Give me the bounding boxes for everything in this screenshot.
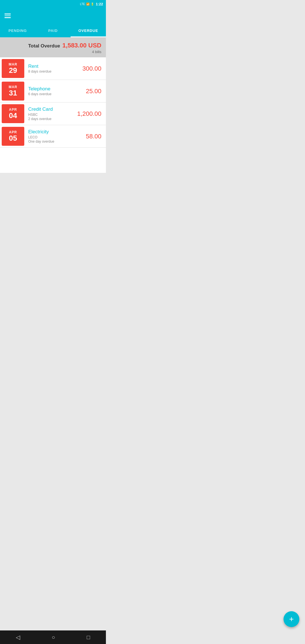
bill-item-telephone[interactable]: MAR 31 Telephone 6 days overdue 25.00 bbox=[0, 80, 106, 103]
bill-name-telephone: Telephone bbox=[28, 86, 84, 92]
bill-info-rent: Rent 8 days overdue bbox=[26, 57, 82, 80]
tab-bar: PENDING PAID OVERDUE bbox=[0, 24, 106, 37]
signal-icon: 📶 bbox=[86, 3, 90, 6]
lte-icon: LTE bbox=[80, 3, 85, 6]
bill-info-credit-card: Credit Card HSBC 2 days overdue bbox=[26, 103, 77, 125]
bill-name-electricity: Electricity bbox=[28, 129, 84, 135]
bill-overdue-rent: 8 days overdue bbox=[28, 69, 80, 73]
tab-pending[interactable]: PENDING bbox=[0, 24, 35, 37]
bill-overdue-credit-card: 2 days overdue bbox=[28, 117, 75, 121]
bill-sub-credit-card: HSBC bbox=[28, 113, 75, 117]
menu-button[interactable] bbox=[5, 14, 11, 18]
badge-month-electricity: APR bbox=[9, 130, 17, 134]
status-bar: LTE 📶 🔋 1:22 bbox=[0, 0, 106, 8]
bill-info-electricity: Electricity LECO One day overdue bbox=[26, 125, 86, 147]
badge-day-credit-card: 04 bbox=[9, 112, 17, 120]
bill-amount-rent: 300.00 bbox=[82, 57, 106, 80]
bill-amount-credit-card: 1,200.00 bbox=[77, 103, 106, 125]
app-bar bbox=[0, 8, 106, 24]
summary-count: 4 bills bbox=[92, 50, 101, 54]
bill-name-credit-card: Credit Card bbox=[28, 106, 75, 112]
battery-icon: 🔋 bbox=[91, 3, 94, 6]
bill-date-badge-electricity: APR 05 bbox=[2, 127, 24, 146]
bill-amount-electricity: 58.00 bbox=[86, 125, 106, 147]
badge-month-telephone: MAR bbox=[9, 85, 17, 89]
bill-list: MAR 29 Rent 8 days overdue 300.00 MAR 31… bbox=[0, 57, 106, 173]
tab-paid[interactable]: PAID bbox=[35, 24, 71, 37]
summary-label: Total Overdue bbox=[28, 43, 60, 49]
empty-area bbox=[0, 173, 106, 229]
bill-overdue-telephone: 6 days overdue bbox=[28, 92, 84, 96]
bill-sub-electricity: LECO bbox=[28, 135, 84, 139]
bill-item-electricity[interactable]: APR 05 Electricity LECO One day overdue … bbox=[0, 125, 106, 148]
bill-overdue-electricity: One day overdue bbox=[28, 140, 84, 143]
status-icons: LTE 📶 🔋 bbox=[80, 3, 94, 6]
summary-amount: 1,583.00 USD bbox=[62, 42, 101, 49]
summary-banner: Total Overdue 1,583.00 USD 4 bills bbox=[0, 37, 106, 57]
bill-date-badge-telephone: MAR 31 bbox=[2, 82, 24, 101]
badge-month-rent: MAR bbox=[9, 62, 17, 66]
bill-item-credit-card[interactable]: APR 04 Credit Card HSBC 2 days overdue 1… bbox=[0, 103, 106, 125]
status-time: 1:22 bbox=[96, 2, 103, 6]
badge-month-credit-card: APR bbox=[9, 108, 17, 112]
bill-date-badge-rent: MAR 29 bbox=[2, 59, 24, 78]
tab-overdue[interactable]: OVERDUE bbox=[71, 24, 106, 37]
badge-day-electricity: 05 bbox=[9, 134, 17, 142]
badge-day-rent: 29 bbox=[9, 66, 17, 75]
badge-day-telephone: 31 bbox=[9, 89, 17, 97]
page-wrapper: LTE 📶 🔋 1:22 PENDING PAID OVERDUE Total … bbox=[0, 0, 106, 229]
bill-amount-telephone: 25.00 bbox=[86, 80, 106, 102]
bill-item-rent[interactable]: MAR 29 Rent 8 days overdue 300.00 bbox=[0, 57, 106, 80]
summary-row: Total Overdue 1,583.00 USD bbox=[28, 42, 101, 49]
bill-date-badge-credit-card: APR 04 bbox=[2, 104, 24, 123]
bill-info-telephone: Telephone 6 days overdue bbox=[26, 80, 86, 102]
bill-name-rent: Rent bbox=[28, 64, 80, 69]
